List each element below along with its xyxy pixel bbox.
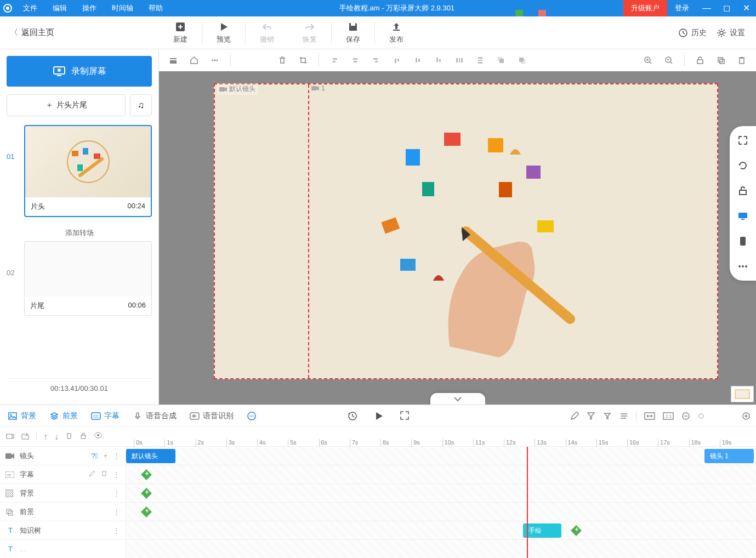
tab-asr[interactable]: 语音识别 — [187, 411, 236, 421]
login-button[interactable]: 登录 — [667, 0, 697, 16]
timeline-ruler[interactable]: 0s1s2s3s4s5s6s7s8s9s10s11s12s13s14s15s16… — [134, 427, 751, 447]
new-button[interactable]: 新建 — [159, 16, 202, 49]
unlock-icon[interactable] — [691, 52, 709, 69]
more-v-icon[interactable]: ⋮ — [113, 489, 120, 497]
tab-tts[interactable]: 语音合成 — [130, 411, 179, 421]
more-v-icon[interactable]: ⋮ — [113, 470, 120, 479]
clip-camera-1[interactable]: 镜头 1 — [704, 449, 754, 463]
ruler-tick: 1s — [164, 439, 195, 447]
add-keyframe[interactable] — [141, 469, 152, 480]
more-v-icon[interactable]: ⋮ — [113, 508, 120, 516]
more-v-icon[interactable]: ⋮ — [113, 526, 120, 534]
menu-edit[interactable]: 编辑 — [45, 0, 75, 16]
minimize-button[interactable]: — — [697, 0, 717, 16]
close-button[interactable]: ✕ — [736, 0, 756, 16]
fullscreen-icon[interactable] — [735, 133, 751, 148]
save-button[interactable]: 保存 — [332, 16, 374, 49]
expand-panel-handle[interactable] — [430, 393, 485, 405]
scene-item[interactable]: 01 片头 00:24 — [7, 125, 152, 217]
fit-width-icon[interactable] — [644, 412, 655, 420]
menu-timeline[interactable]: 时间轴 — [104, 0, 141, 16]
align-left-icon[interactable] — [326, 52, 343, 69]
settings-button[interactable]: 设置 — [717, 28, 745, 38]
align-right-icon[interactable] — [367, 52, 385, 69]
filter-icon[interactable] — [587, 412, 595, 420]
zoom-in-icon[interactable] — [639, 52, 657, 69]
zoom-out-icon[interactable] — [660, 52, 678, 69]
clip-handdraw[interactable]: 手绘 — [523, 523, 561, 538]
tab-subtitle[interactable]: CC 字幕 — [89, 411, 122, 421]
maximize-button[interactable]: ◻ — [717, 0, 736, 16]
layer-icon[interactable] — [164, 52, 182, 69]
more-v-icon[interactable]: ⋮ — [113, 452, 120, 460]
delete-small-icon[interactable] — [101, 470, 107, 479]
align-center-h-icon[interactable] — [346, 52, 364, 69]
home-icon[interactable] — [185, 52, 203, 69]
svg-point-76 — [97, 434, 99, 436]
redo-button[interactable]: 恢复 — [288, 16, 331, 49]
more-dots-icon[interactable] — [735, 259, 751, 274]
tab-background[interactable]: 背景 — [5, 411, 38, 421]
minimap[interactable] — [731, 386, 754, 402]
edit-small-icon[interactable] — [89, 470, 95, 479]
tab-foreground[interactable]: 前景 — [47, 411, 80, 421]
history-button[interactable]: 历史 — [678, 28, 707, 38]
menu-file[interactable]: 文件 — [15, 0, 45, 16]
ratio-icon[interactable]: 1:1 — [663, 412, 674, 420]
settings-small-icon[interactable] — [619, 412, 628, 420]
funnel-icon[interactable] — [603, 412, 612, 420]
menu-help[interactable]: 帮助 — [141, 0, 170, 16]
add-track-icon[interactable] — [5, 432, 14, 442]
display-icon[interactable] — [735, 208, 751, 224]
up-icon[interactable]: ↑ — [43, 432, 48, 442]
undo-button[interactable]: 撤销 — [246, 16, 288, 49]
upgrade-button[interactable]: 升级账户 — [623, 0, 667, 16]
plus-small-icon[interactable]: + — [103, 452, 107, 460]
zoom-slider-icon[interactable] — [698, 413, 704, 419]
eye-icon[interactable] — [94, 432, 103, 442]
help-icon[interactable]: ?⃝ — [91, 452, 98, 460]
paste-icon[interactable] — [733, 52, 751, 69]
distribute-v-icon[interactable] — [471, 52, 489, 69]
trash-icon[interactable] — [274, 52, 291, 69]
scene-item[interactable]: 02 片尾 00:06 — [7, 241, 152, 316]
playhead-line[interactable] — [527, 447, 528, 558]
add-transition[interactable]: 添加转场 — [7, 223, 152, 241]
music-button[interactable]: ♫ — [130, 94, 152, 116]
crop-icon[interactable] — [294, 52, 312, 69]
zoom-out-tl-icon[interactable] — [681, 412, 690, 420]
play-icon[interactable] — [373, 411, 384, 422]
clip-default-camera[interactable]: 默认镜头 — [126, 449, 175, 463]
intro-outro-button[interactable]: ＋ 片头片尾 — [7, 94, 126, 116]
align-top-icon[interactable] — [388, 52, 406, 69]
copy-icon[interactable] — [712, 52, 730, 69]
distribute-h-icon[interactable] — [451, 52, 468, 69]
zoom-in-tl-icon[interactable] — [742, 412, 751, 420]
canvas-stage[interactable]: 默认镜头 1 — [159, 71, 756, 405]
expand-icon[interactable] — [400, 411, 410, 422]
more-circle-icon — [247, 411, 257, 421]
publish-button[interactable]: 发布 — [375, 16, 418, 49]
preview-button[interactable]: 预览 — [202, 16, 245, 49]
tab-more[interactable] — [245, 411, 259, 421]
record-screen-button[interactable]: 录制屏幕 — [7, 56, 152, 87]
phone-icon[interactable] — [735, 234, 751, 249]
add-keyframe[interactable] — [571, 525, 582, 536]
add-keyframe[interactable] — [141, 488, 152, 499]
edit-icon[interactable] — [570, 412, 579, 420]
lock-track-icon[interactable] — [79, 432, 87, 442]
align-middle-icon[interactable] — [409, 52, 427, 69]
new-folder-icon[interactable] — [21, 432, 30, 442]
add-keyframe[interactable] — [141, 506, 152, 517]
bring-front-icon[interactable] — [492, 52, 510, 69]
more-icon[interactable] — [206, 52, 224, 69]
menu-action[interactable]: 操作 — [75, 0, 104, 16]
replay-icon[interactable] — [347, 411, 358, 422]
send-back-icon[interactable] — [513, 52, 531, 69]
delete-track-icon[interactable] — [65, 432, 73, 442]
down-icon[interactable]: ↓ — [54, 432, 59, 442]
rotate-icon[interactable] — [735, 158, 751, 173]
align-bottom-icon[interactable] — [430, 52, 447, 69]
lock-open-icon[interactable] — [735, 183, 751, 198]
back-home-button[interactable]: 〈 返回主页 — [0, 27, 159, 38]
